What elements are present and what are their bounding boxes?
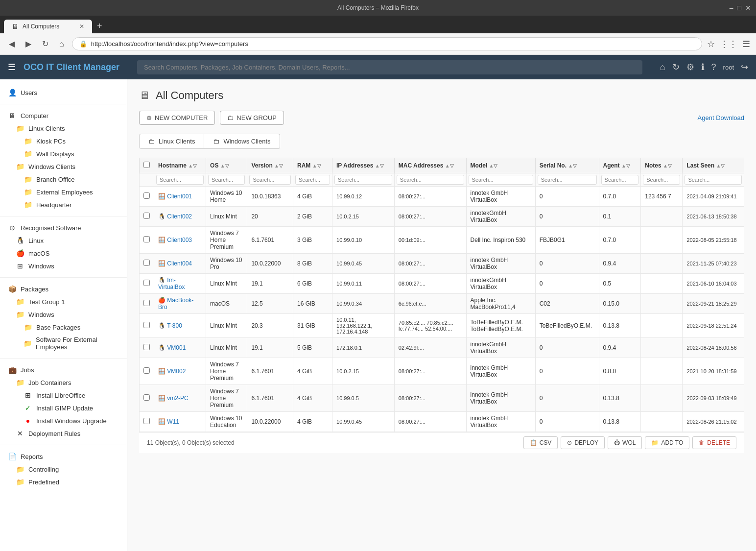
notes-header[interactable]: Notes ▲▽ — [641, 158, 683, 173]
active-tab[interactable]: 🖥 All Computers ✕ — [4, 20, 92, 33]
deploy-button[interactable]: ⊙ DEPLOY — [561, 436, 605, 449]
menu-hamburger-icon[interactable]: ☰ — [8, 62, 16, 72]
sidebar-item-linux[interactable]: 🐧 Linux — [0, 234, 127, 247]
os-tab-windows[interactable]: 🗀 Windows Clients — [204, 134, 280, 149]
sidebar-item-install-gimp[interactable]: ✓ Install GIMP Update — [0, 402, 127, 414]
sidebar-item-install-libreoffice[interactable]: ⊞ Install LibreOffice — [0, 389, 127, 402]
hostname-link[interactable]: Client004 — [167, 260, 192, 267]
sidebar-item-base-packages[interactable]: 📁 Base Packages — [0, 321, 127, 334]
minimize-icon[interactable]: – — [730, 4, 733, 12]
sidebar-item-predefined[interactable]: 📁 Predefined — [0, 476, 127, 488]
sidebar-item-computer[interactable]: 🖥 Computer — [0, 109, 127, 122]
version-search-input[interactable] — [249, 175, 291, 185]
menu-icon[interactable]: ☰ — [742, 39, 750, 49]
bookmark-icon[interactable]: ☆ — [707, 39, 715, 49]
notes-search-input[interactable] — [643, 175, 680, 185]
wol-button[interactable]: ⏻ WOL — [608, 436, 642, 449]
sidebar-item-windows-clients[interactable]: 📁 Windows Clients — [0, 160, 127, 173]
select-all-header[interactable] — [140, 158, 154, 173]
home-button[interactable]: ⌂ — [56, 38, 67, 50]
hostname-header[interactable]: Hostname ▲▽ — [154, 158, 206, 173]
sidebar-item-kiosk-pcs[interactable]: 📁 Kiosk PCs — [0, 135, 127, 147]
mac-search-input[interactable] — [397, 175, 464, 185]
os-header[interactable]: OS ▲▽ — [206, 158, 247, 173]
row-checkbox[interactable] — [143, 367, 150, 374]
hostname-link[interactable]: Client001 — [167, 193, 192, 200]
new-tab-button[interactable]: + — [92, 19, 107, 33]
sidebar-item-install-windows[interactable]: ● Install Windows Upgrade — [0, 414, 127, 427]
sidebar-item-linux-clients[interactable]: 📁 Linux Clients — [0, 122, 127, 135]
sidebar-item-controlling[interactable]: 📁 Controlling — [0, 463, 127, 476]
sidebar-item-packages[interactable]: 📦 Packages — [0, 283, 127, 295]
version-header[interactable]: Version ▲▽ — [247, 158, 293, 173]
agent-header[interactable]: Agent ▲▽ — [599, 158, 641, 173]
agent-download-link[interactable]: Agent Download — [698, 114, 744, 121]
sidebar-item-software-external[interactable]: 📁 Software For External Employees — [0, 334, 127, 353]
hostname-link[interactable]: Client003 — [167, 237, 192, 243]
refresh-nav-icon[interactable]: ↻ — [672, 62, 680, 72]
sidebar-item-recognised-software[interactable]: ⊙ Recognised Software — [0, 221, 127, 234]
sidebar-item-test-group[interactable]: 📁 Test Group 1 — [0, 295, 127, 308]
mac-header[interactable]: MAC Addresses ▲▽ — [394, 158, 466, 173]
hostname-link[interactable]: vm2-PC — [167, 395, 188, 402]
sidebar-item-jobs[interactable]: 💼 Jobs — [0, 363, 127, 376]
csv-button[interactable]: 📋 CSV — [523, 436, 558, 449]
info-icon[interactable]: ℹ — [701, 62, 705, 72]
home-nav-icon[interactable]: ⌂ — [660, 62, 665, 72]
sidebar-item-wall-displays[interactable]: 📁 Wall Displays — [0, 147, 127, 160]
close-icon[interactable]: ✕ — [745, 4, 751, 12]
hostname-link[interactable]: Client002 — [167, 213, 192, 220]
sidebar-item-users[interactable]: 👤 Users — [0, 86, 127, 99]
sidebar-item-branch-office[interactable]: 📁 Branch Office — [0, 173, 127, 186]
ram-header[interactable]: RAM ▲▽ — [293, 158, 332, 173]
hostname-link[interactable]: VM001 — [167, 344, 186, 351]
ram-search-input[interactable] — [295, 175, 330, 185]
global-search-input[interactable] — [137, 60, 642, 74]
tab-close-button[interactable]: ✕ — [79, 23, 84, 30]
url-bar[interactable]: 🔒 http://localhost/oco/frontend/index.ph… — [72, 37, 702, 50]
forward-button[interactable]: ▶ — [23, 37, 34, 50]
refresh-button[interactable]: ↻ — [39, 37, 51, 50]
serial-search-input[interactable] — [538, 175, 597, 185]
sidebar-item-reports[interactable]: 📄 Reports — [0, 450, 127, 463]
row-checkbox[interactable] — [143, 418, 150, 424]
select-all-checkbox[interactable] — [143, 162, 150, 168]
new-group-button[interactable]: 🗀 NEW GROUP — [220, 111, 284, 125]
last-seen-search-input[interactable] — [685, 175, 742, 185]
back-button[interactable]: ◀ — [6, 37, 18, 50]
model-header[interactable]: Model ▲▽ — [466, 158, 535, 173]
sidebar-item-macos[interactable]: 🍎 macOS — [0, 247, 127, 260]
add-to-button[interactable]: 📁 ADD TO — [645, 436, 689, 449]
ip-header[interactable]: IP Addresses ▲▽ — [332, 158, 395, 173]
row-checkbox[interactable] — [143, 236, 150, 242]
delete-button[interactable]: 🗑 DELETE — [692, 436, 736, 449]
hostname-search-input[interactable] — [156, 175, 204, 185]
logout-icon[interactable]: ↪ — [741, 62, 748, 72]
sidebar-item-deployment-rules[interactable]: ✕ Deployment Rules — [0, 427, 127, 440]
hostname-link[interactable]: W11 — [167, 418, 179, 425]
help-icon[interactable]: ? — [711, 62, 716, 72]
restore-icon[interactable]: □ — [737, 4, 741, 12]
new-computer-button[interactable]: ⊕ NEW COMPUTER — [139, 111, 215, 125]
settings-icon[interactable]: ⚙ — [686, 62, 694, 72]
model-search-input[interactable] — [469, 175, 533, 185]
row-checkbox[interactable] — [143, 192, 150, 199]
row-checkbox[interactable] — [143, 260, 150, 266]
hostname-link[interactable]: VM002 — [167, 368, 186, 375]
row-checkbox[interactable] — [143, 394, 150, 401]
hostname-link[interactable]: T-800 — [167, 322, 182, 329]
row-checkbox[interactable] — [143, 344, 150, 350]
last-seen-header[interactable]: Last Seen ▲▽ — [683, 158, 744, 173]
serial-header[interactable]: Serial No. ▲▽ — [535, 158, 599, 173]
sidebar-item-windows[interactable]: ⊞ Windows — [0, 260, 127, 272]
agent-search-input[interactable] — [601, 175, 639, 185]
row-checkbox[interactable] — [143, 213, 150, 219]
os-tab-linux[interactable]: 🗀 Linux Clients — [139, 134, 204, 149]
row-checkbox[interactable] — [143, 280, 150, 286]
row-checkbox[interactable] — [143, 322, 150, 328]
sidebar-item-external-employees[interactable]: 📁 External Employees — [0, 186, 127, 198]
sidebar-item-pkg-windows[interactable]: 📁 Windows — [0, 308, 127, 321]
extensions-icon[interactable]: ⋮⋮ — [720, 39, 737, 49]
ip-search-input[interactable] — [334, 175, 392, 185]
row-checkbox[interactable] — [143, 300, 150, 306]
